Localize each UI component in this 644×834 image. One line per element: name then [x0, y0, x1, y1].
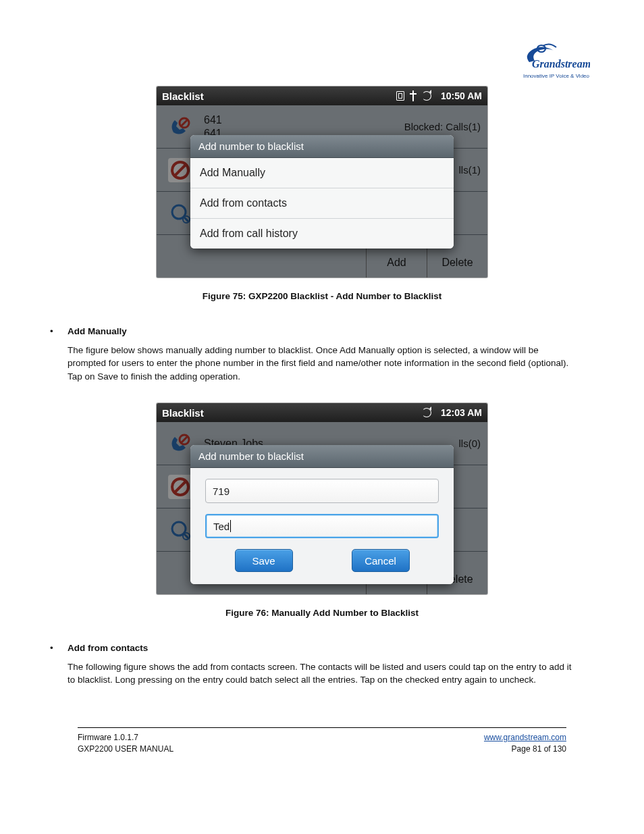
status-bar: Blacklist 10:50 AM [157, 86, 487, 105]
name-input[interactable]: Ted [205, 514, 439, 538]
screen-title: Blacklist [162, 90, 396, 102]
sync-icon [422, 408, 431, 417]
clock: 12:03 AM [441, 407, 482, 418]
figure-75-screenshot: Blacklist 10:50 AM 641 641 Blocked [157, 86, 487, 278]
status-bar: Blacklist 12:03 AM [157, 403, 487, 422]
save-button[interactable]: Save [235, 549, 293, 572]
bullet-icon: • [41, 325, 68, 338]
dialog-title: Add number to blacklist [190, 445, 454, 468]
sync-icon [422, 91, 431, 101]
bullet-icon: • [41, 642, 68, 655]
footer-doc-title: GXP2200 USER MANUAL [78, 744, 173, 755]
figure-76-caption: Figure 76: Manually Add Number to Blackl… [41, 608, 603, 618]
section-heading-add-manually: Add Manually [68, 325, 127, 338]
section-heading-add-from-contacts: Add from contacts [68, 642, 148, 655]
add-number-dialog: Add number to blacklist Add Manually Add… [190, 135, 454, 249]
footer-rule [78, 727, 566, 728]
option-add-from-contacts[interactable]: Add from contacts [190, 188, 454, 219]
text-cursor [230, 520, 231, 532]
phone-number-input[interactable]: 719 [205, 479, 439, 503]
add-manually-dialog: Add number to blacklist 719 Ted Save Can… [190, 445, 454, 584]
footer-firmware: Firmware 1.0.1.7 [78, 732, 173, 744]
sim-icon [396, 91, 404, 101]
brand-tagline: Innovative IP Voice & Video [522, 73, 590, 79]
usb-icon [410, 90, 417, 101]
dialog-title: Add number to blacklist [190, 135, 454, 158]
screen-title: Blacklist [162, 407, 422, 419]
option-add-manually[interactable]: Add Manually [190, 158, 454, 188]
svg-text:Grandstream: Grandstream [532, 58, 590, 70]
footer-page-number: Page 81 of 130 [484, 744, 566, 755]
cancel-button[interactable]: Cancel [352, 549, 410, 572]
figure-76-screenshot: Blacklist 12:03 AM Steven Jobs lls(0) [157, 403, 487, 594]
paragraph-add-manually: The figure below shows manually adding n… [68, 344, 576, 384]
clock: 10:50 AM [441, 90, 482, 101]
paragraph-add-from-contacts: The following figure shows the add from … [68, 660, 576, 687]
footer-url[interactable]: www.grandstream.com [484, 733, 566, 742]
figure-75-caption: Figure 75: GXP2200 Blacklist - Add Numbe… [41, 291, 603, 301]
brand-logo: Grandstream Innovative IP Voice & Video [522, 41, 590, 79]
option-add-from-history[interactable]: Add from call history [190, 219, 454, 249]
